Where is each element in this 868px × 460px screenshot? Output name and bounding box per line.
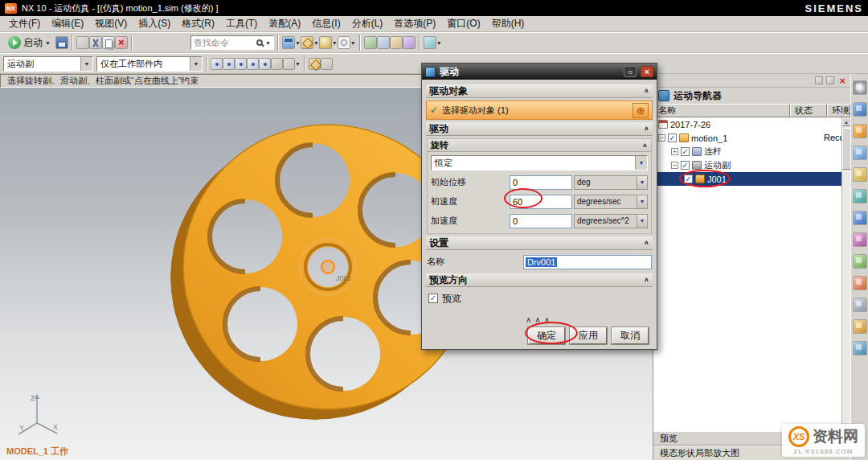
select-drive-object-row[interactable]: ✓ 选择驱动对象 (1) ⊕: [426, 101, 653, 120]
expand-expander-icon[interactable]: +: [671, 148, 678, 155]
existing-point-snap-icon[interactable]: [283, 58, 295, 70]
command-finder-input[interactable]: 查找命令 ▼: [190, 35, 274, 50]
zoom-icon[interactable]: [377, 36, 390, 49]
drive-section-header[interactable]: 驱动 ∧: [426, 122, 653, 136]
assembly-navigator-icon[interactable]: [853, 102, 867, 117]
selection-scope-combo[interactable]: 仅在工作部件内 ▼: [96, 56, 203, 72]
profile-type-combo[interactable]: 恒定 ▼: [431, 155, 648, 170]
manufacturing-wizard-icon[interactable]: [853, 276, 867, 290]
menu-preferences[interactable]: 首选项(P): [388, 15, 441, 32]
rotate-view-icon[interactable]: [403, 36, 416, 49]
drive-object-section-header[interactable]: 驱动对象 ∧: [426, 84, 653, 98]
acceleration-unit-combo[interactable]: degrees/sec^2 ▼: [574, 214, 648, 228]
apply-button[interactable]: 应用: [570, 327, 607, 344]
checkbox[interactable]: ✓: [681, 147, 690, 156]
undo-icon[interactable]: [76, 36, 89, 49]
render-style-icon[interactable]: [319, 36, 332, 49]
chevron-down-icon[interactable]: ▼: [637, 176, 647, 189]
tree-row-j001[interactable]: ✓ J001: [653, 172, 841, 186]
checkbox[interactable]: ✓: [681, 161, 690, 170]
collapse-expander-icon[interactable]: −: [671, 162, 678, 169]
joint-marker[interactable]: [321, 261, 334, 273]
collapse-expander-icon[interactable]: −: [658, 134, 665, 142]
wcs-icon[interactable]: [309, 58, 321, 70]
checkbox[interactable]: ✓: [668, 133, 677, 142]
chevron-down-icon[interactable]: ▼: [313, 40, 319, 46]
fit-view-icon[interactable]: [364, 36, 377, 49]
scroll-thumb[interactable]: [842, 128, 851, 170]
tree-row-motion[interactable]: − ✓ motion_1 Recur: [653, 131, 841, 145]
menu-window[interactable]: 窗口(O): [441, 15, 485, 32]
scroll-up-icon[interactable]: ▲: [842, 117, 851, 126]
menu-tools[interactable]: 工具(T): [220, 15, 263, 32]
menu-edit[interactable]: 编辑(E): [46, 15, 89, 32]
menu-assemblies[interactable]: 装配(A): [263, 15, 306, 32]
hd3d-tools-icon[interactable]: [853, 189, 867, 203]
dialog-reset-icon[interactable]: ○: [624, 66, 637, 77]
midpoint-snap-icon[interactable]: [223, 58, 235, 70]
history-icon[interactable]: [853, 232, 867, 247]
dialog-collapse-chevrons[interactable]: ∧∧∧: [422, 315, 657, 324]
panel-option-icon[interactable]: [815, 76, 823, 84]
chevron-down-icon[interactable]: ▼: [436, 40, 442, 46]
system-scenes-icon[interactable]: [853, 319, 867, 334]
start-button[interactable]: 启动 ▼: [3, 34, 55, 52]
pan-icon[interactable]: [390, 36, 403, 49]
chevron-down-icon[interactable]: ▼: [80, 57, 92, 71]
column-status[interactable]: 状态: [790, 104, 827, 117]
view-orientation-icon[interactable]: [301, 36, 313, 49]
process-studio-icon[interactable]: [853, 254, 867, 269]
acceleration-input[interactable]: 0: [510, 214, 572, 228]
menu-analysis[interactable]: 分析(L): [346, 15, 389, 32]
web-browser-icon[interactable]: [853, 211, 867, 225]
rotation-group-header[interactable]: 旋转 ∧: [428, 139, 651, 152]
part-navigator-icon[interactable]: [853, 146, 867, 160]
type-filter-combo[interactable]: 运动副 ▼: [3, 56, 93, 72]
chevron-down-icon[interactable]: ▼: [295, 61, 301, 67]
menu-help[interactable]: 帮助(H): [486, 15, 530, 32]
save-icon[interactable]: [55, 36, 68, 49]
chevron-down-icon[interactable]: ▼: [190, 57, 202, 71]
touch-mode-icon[interactable]: [853, 341, 867, 355]
resource-options-gear-icon[interactable]: [853, 80, 867, 95]
menu-file[interactable]: 文件(F): [3, 15, 46, 32]
drive-dialog-titlebar[interactable]: 驱动 ○ ×: [422, 64, 657, 80]
initial-displacement-unit-combo[interactable]: deg ▼: [574, 175, 648, 190]
chevron-down-icon[interactable]: ▼: [350, 40, 356, 46]
copy-icon[interactable]: [102, 36, 115, 49]
quadrant-snap-icon[interactable]: [259, 58, 271, 70]
center-snap-icon[interactable]: [247, 58, 259, 70]
endpoint-snap-icon[interactable]: [211, 58, 223, 70]
reuse-library-icon[interactable]: [853, 167, 867, 182]
chevron-down-icon[interactable]: ▼: [635, 156, 647, 170]
scroll-track[interactable]: [842, 126, 851, 422]
intersection-snap-icon[interactable]: [235, 58, 247, 70]
window-layout-icon[interactable]: [282, 36, 295, 49]
roles-icon[interactable]: [853, 298, 867, 312]
measure-icon[interactable]: [424, 36, 436, 49]
delete-icon[interactable]: [115, 36, 128, 49]
name-input[interactable]: Drv001: [523, 255, 652, 269]
navigator-scrollbar[interactable]: ▲ ▼: [841, 117, 850, 431]
dialog-close-icon[interactable]: ×: [641, 66, 653, 77]
chevron-down-icon[interactable]: ▼: [637, 195, 647, 208]
plane-tool-icon[interactable]: [321, 58, 333, 70]
tree-row-joints[interactable]: − ✓ 运动副: [653, 158, 841, 172]
constraint-navigator-icon[interactable]: [853, 124, 867, 138]
initial-velocity-unit-combo[interactable]: degrees/sec ▼: [574, 195, 648, 209]
initial-velocity-input[interactable]: 60: [510, 195, 572, 209]
menu-information[interactable]: 信息(I): [306, 15, 346, 32]
tree-row-links[interactable]: + ✓ 连杆: [653, 145, 841, 158]
menu-view[interactable]: 视图(V): [89, 15, 133, 32]
cut-icon[interactable]: [89, 36, 102, 49]
select-object-button[interactable]: ⊕: [633, 103, 649, 118]
menu-format[interactable]: 格式(R): [176, 15, 220, 32]
checkbox[interactable]: ✓: [684, 175, 693, 183]
menu-insert[interactable]: 插入(S): [133, 15, 176, 32]
column-name[interactable]: 名称: [653, 104, 790, 117]
chevron-down-icon[interactable]: ▼: [332, 40, 338, 46]
chevron-down-icon[interactable]: ▼: [637, 215, 647, 228]
tree-row-date[interactable]: 2017-7-26: [653, 117, 841, 131]
initial-displacement-input[interactable]: 0: [510, 175, 572, 190]
preview-direction-section-header[interactable]: 预览方向 ∧: [426, 273, 653, 287]
